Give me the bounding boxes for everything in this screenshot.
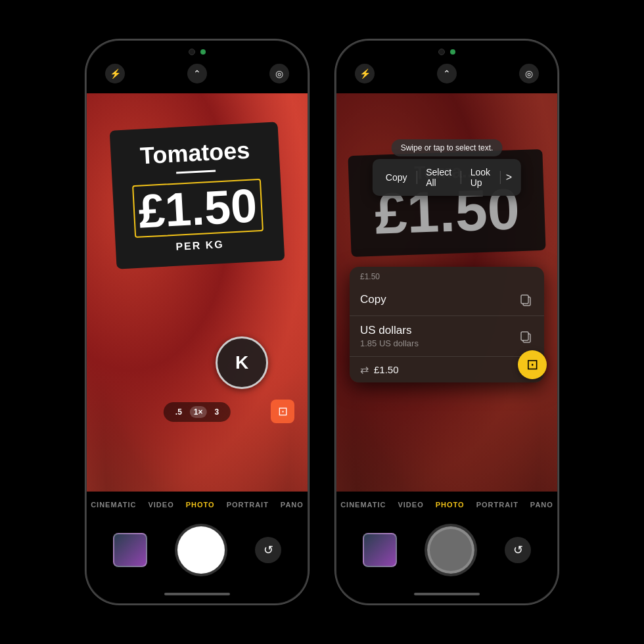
mode-pano-left[interactable]: PANO: [281, 501, 304, 509]
shutter-button-left[interactable]: [177, 526, 225, 574]
camera-notch-left: [189, 49, 206, 55]
camera-notch-right: [438, 49, 455, 55]
home-indicator-right: [336, 585, 557, 603]
mode-portrait-right[interactable]: PORTRAIT: [476, 501, 518, 509]
zoom-05-left[interactable]: .5: [172, 406, 186, 418]
phone-left: ⚡ ⌃ ◎ Tomatoes £1.50 PER KG K: [85, 39, 309, 605]
convert-bar-right[interactable]: ⇄ £1.50: [350, 356, 544, 382]
live-button-right[interactable]: ◎: [519, 64, 539, 83]
mode-bar-left: CINEMATIC VIDEO PHOTO PORTRAIT PANO: [87, 492, 308, 515]
live-button-left[interactable]: ◎: [269, 64, 289, 83]
chevron-button-left[interactable]: ⌃: [187, 64, 207, 83]
status-indicator-left: [200, 49, 206, 55]
camera-view-left: Tomatoes £1.50 PER KG K .5 1× 3 ⊡: [87, 87, 308, 494]
magnifier-letter: K: [235, 352, 248, 373]
mode-pano-right[interactable]: PANO: [530, 501, 553, 509]
flash-icon-left: ⚡: [110, 68, 121, 79]
flash-button-right[interactable]: ⚡: [355, 64, 375, 83]
flip-button-left[interactable]: ↺: [255, 537, 281, 563]
thumbnail-left[interactable]: [113, 533, 147, 567]
context-usd-label-right: US dollars 1.85 US dollars: [360, 324, 419, 348]
mode-cinematic-left[interactable]: CINEMATIC: [91, 501, 136, 509]
context-copy-item-right[interactable]: Copy: [350, 284, 544, 315]
home-bar-right: [414, 593, 480, 595]
tomato-background-left: Tomatoes £1.50 PER KG K .5 1× 3 ⊡: [87, 87, 308, 494]
camera-bottom-right: CINEMATIC VIDEO PHOTO PORTRAIT PANO ↺: [336, 492, 557, 603]
sign-price-left: £1.50: [132, 179, 264, 238]
thumbnail-right[interactable]: [363, 533, 397, 567]
text-menu-more-right[interactable]: >: [501, 166, 517, 189]
flip-icon-left: ↺: [264, 543, 273, 557]
svg-rect-3: [521, 332, 528, 340]
home-indicator-left: [87, 585, 308, 603]
zoom-1x-left[interactable]: 1×: [190, 406, 207, 418]
text-menu-lookup-right[interactable]: Look Up: [461, 162, 501, 193]
status-indicator-right: [450, 49, 455, 55]
flip-button-right[interactable]: ↺: [505, 537, 531, 563]
mode-photo-right[interactable]: PHOTO: [436, 501, 465, 509]
chevron-button-right[interactable]: ⌃: [437, 64, 457, 83]
shutter-row-right: ↺: [336, 515, 557, 585]
shutter-button-right[interactable]: [427, 526, 474, 574]
text-menu-select-all-right[interactable]: Select All: [417, 162, 461, 193]
live-icon-right: ◎: [525, 68, 533, 79]
flip-icon-right: ↺: [513, 543, 523, 557]
camera-bottom-left: CINEMATIC VIDEO PHOTO PORTRAIT PANO ↺: [87, 492, 308, 603]
camera-top-bar-left: ⚡ ⌃ ◎: [87, 41, 308, 93]
mode-bar-right: CINEMATIC VIDEO PHOTO PORTRAIT PANO: [336, 492, 557, 515]
mode-video-right[interactable]: VIDEO: [398, 501, 423, 509]
flash-icon-right: ⚡: [359, 68, 371, 79]
context-usd-sub-right: 1.85 US dollars: [360, 338, 419, 348]
flash-button-left[interactable]: ⚡: [105, 64, 125, 83]
text-menu-copy-right[interactable]: Copy: [377, 167, 417, 188]
zoom-controls-left[interactable]: .5 1× 3: [164, 402, 231, 422]
price-sign-left: Tomatoes £1.50 PER KG: [110, 122, 285, 269]
convert-label-right: £1.50: [374, 364, 399, 375]
chevron-icon-left: ⌃: [193, 68, 201, 79]
sign-divider-left: [176, 170, 216, 173]
mode-portrait-left[interactable]: PORTRAIT: [227, 501, 269, 509]
camera-lens-left: [189, 49, 195, 55]
context-panel-right: £1.50 Copy US dollars 1.85 US dollars: [350, 267, 544, 382]
convert-icon-right: ⇄: [360, 363, 369, 376]
live-text-badge-right[interactable]: ⊡: [518, 350, 547, 379]
shutter-row-left: ↺: [87, 515, 308, 585]
magnifier-left: K: [216, 336, 268, 389]
copy-icon-right: [518, 292, 534, 308]
mode-cinematic-right[interactable]: CINEMATIC: [340, 501, 386, 509]
live-icon-left: ◎: [275, 68, 283, 79]
home-bar-left: [164, 593, 230, 595]
copy-icon-usd-right: [518, 329, 534, 344]
live-text-button-left[interactable]: ⊡: [271, 400, 294, 423]
text-selection-menu-right: Copy Select All Look Up >: [373, 159, 521, 196]
mode-video-left[interactable]: VIDEO: [148, 501, 173, 509]
live-text-icon-left: ⊡: [278, 404, 288, 419]
zoom-3-left[interactable]: 3: [211, 406, 223, 418]
camera-view-right: Toma... £1.50 Swipe or tap to select tex…: [336, 87, 557, 494]
context-header-right: £1.50: [350, 267, 544, 284]
phone-right: ⚡ ⌃ ◎ Toma... £1.50 Swipe or tap to sele…: [335, 39, 559, 605]
camera-top-bar-right: ⚡ ⌃ ◎: [336, 41, 557, 93]
sign-title-left: Tomatoes: [126, 136, 264, 171]
mode-photo-left[interactable]: PHOTO: [186, 501, 215, 509]
chevron-icon-right: ⌃: [443, 68, 451, 79]
swipe-hint-right: Swipe or tap to select text.: [392, 139, 503, 156]
live-badge-icon-right: ⊡: [526, 356, 538, 373]
tomato-background-right: Toma... £1.50 Swipe or tap to select tex…: [336, 87, 557, 494]
camera-lens-right: [438, 49, 445, 55]
context-copy-label-right: Copy: [360, 293, 386, 306]
context-usd-item-right[interactable]: US dollars 1.85 US dollars: [350, 315, 544, 356]
svg-rect-1: [521, 295, 528, 304]
